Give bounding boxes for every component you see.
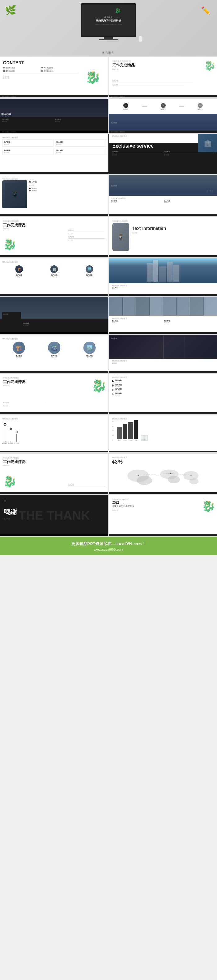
bd-text1: 输入内容 <box>3 121 54 122</box>
dev-text: 输入内容 <box>29 185 106 186</box>
tl-item3-text: 输入文字 <box>115 390 121 391</box>
black-building-slide: 输入内容 输入标题 输入内容 <box>0 297 108 334</box>
wc3-subtitle: 请在此输入大家的首信 <box>3 377 105 379</box>
tl-subtitle: 请在此输入大家的首信 <box>112 376 214 378</box>
device-slide: 请在此输入大家的首信 📱 输入标题 输入内容 输入标题 输入标题 <box>0 175 108 216</box>
wd-subtitle: 请在此输入大家的首信 <box>3 220 105 222</box>
quote-mark: " <box>4 499 105 506</box>
row-1: CONTENT 01. 年度工作概述 03. 工作亮点总结 02. 工作完成状况… <box>0 57 217 97</box>
gc-box2-text: 输入内容 <box>56 143 104 145</box>
bb-text: 输入内容 <box>3 313 20 315</box>
row-4: 请在此输入大家的首信 📱 输入标题 输入内容 输入标题 输入标题 <box>0 175 217 216</box>
white-building-slide: 请在此输入大家的首信 输入标题 输入文字 输入标题 输入文字 <box>108 297 217 334</box>
ti-subtitle: 请在此输入大家的首信 <box>112 220 214 222</box>
exc-item1-text: 输入内容 <box>112 154 162 156</box>
cover-year: 2022 <box>104 16 113 18</box>
building-up-slide: 请在此输入大家的首信 输入内容 <box>108 258 217 296</box>
pc-col1-text: 输入文字 <box>15 276 23 277</box>
wc4-dragon: 🐉 <box>3 475 17 488</box>
dev-point1: 输入标题 <box>32 188 37 189</box>
wc1-input2: 输入文字 <box>112 84 183 86</box>
cn-bar3-label: 输入标题 <box>14 442 19 444</box>
gc-subtitle: 请在此输入大家的首信 <box>3 136 106 138</box>
cn-bar1-label: 输入标题 <box>3 442 8 444</box>
wm-percentage: 43% <box>112 459 214 465</box>
tl-item2-text: 输入文字 <box>115 385 121 387</box>
gc-box1-text: 输入内容 <box>4 143 52 145</box>
wc1-part: PART 02 <box>112 68 214 70</box>
wd-subtext1: 输入文字 <box>68 233 105 235</box>
work-dragon-slide: 请在此输入大家的首信 工作完成情况 PART 02 🐉 输入内容 输入文字 输入… <box>0 217 108 257</box>
toc-slide: CONTENT 01. 年度工作概述 03. 工作亮点总结 02. 工作完成状况… <box>0 57 108 97</box>
row-2: 输入标题 输入标题 输入内容 输入标题 输入内容 请在此处输入大家的首信 <box>0 99 217 133</box>
td-subtitle: 请在此输入大家的首信 <box>112 498 214 500</box>
tl-item4-text: 输入文字 <box>115 394 121 396</box>
gc-box3-title: 输入标题 <box>4 150 52 151</box>
svg-point-5 <box>190 478 199 484</box>
wm-subtitle: 请在此输入大家的首信 <box>112 456 214 458</box>
ss-title: 输入标题 <box>111 337 117 339</box>
row-7: 输入内容 输入标题 输入内容 请在 <box>0 297 217 334</box>
step1-text: 输入文字 <box>111 108 141 110</box>
wc4-title: 工作完成情况 <box>3 459 105 465</box>
wc1-input1: 输入内容 <box>112 80 193 83</box>
pc-col2-text: 输入文字 <box>50 276 58 277</box>
cover-desc: LOREM IPSUM LOREM IPSUM LOREM IPSUM <box>95 24 122 25</box>
cta-banner[interactable]: 更多精品PPT资源尽在—sucai999.com！ www.sucai999.c… <box>0 537 217 555</box>
text-info-slide: 请在此输入大家的首信 📱 Text Information 输入内容 <box>108 217 217 257</box>
bd-footer: 请在此处输入大家的首信 <box>2 131 16 133</box>
tl-item1-text: 输入文字 <box>115 381 121 383</box>
row-10: 请在此输入大家的首信 输入标题 输入标题 输入标题 请在此输入大家的 <box>0 415 217 452</box>
toc-footer: 请在此处输入大家的首信 <box>2 96 16 97</box>
row-6: 请在此输入大家的首信 🏗️ 输入标题 输入文字 🏢 输入标题 输入文字 🏙️ 输… <box>0 258 217 296</box>
bd-text2: 输入内容 <box>55 121 106 122</box>
city-night-slide: 请在此输入大家的首信 输入标题 输入标题 输入标题 <box>0 415 108 452</box>
exclusive-slide: 请在此输入大家的首信 Exclusive service 输入标题 输入内容 输… <box>108 134 217 174</box>
wc1-footer: 请在此处输入大家的首信 <box>111 96 124 97</box>
dev-subtitle: 请在此输入大家的首信 <box>3 178 106 180</box>
gc-box4-title: 输入标题 <box>56 150 104 151</box>
bb-title: 输入标题 <box>23 322 106 324</box>
bu-subtitle: 请在此输入大家的首信 <box>112 285 214 286</box>
gc-box3-text: 输入内容 <box>4 152 52 153</box>
bc-label1: April <box>118 439 121 441</box>
bd-input1: 输入标题 <box>3 118 54 120</box>
ti-content: 输入内容 <box>132 232 176 234</box>
thank-you-slide: THE THANK " 鸣谢 输入内容 <box>0 495 108 536</box>
wc3-part: PART 03 <box>3 385 105 387</box>
work-complete-4: 请在此输入大家的首信 工作完成情况 PART 02 🐉 输入内容 <box>0 454 108 494</box>
svg-point-1 <box>137 476 152 485</box>
wc4-input1: 输入内容 <box>68 484 105 487</box>
wc3-input1: 输入内容 <box>3 401 46 404</box>
wc1-subtitle: 请在此输入大家的首信 <box>112 60 214 62</box>
bd-input2: 输入标题 <box>55 118 106 120</box>
work-complete-3: 请在此输入大家的首信 工作完成情况 PART 03 🐉 输入内容 输入文字 <box>0 374 108 414</box>
wd-title: 工作完成情况 <box>3 223 105 228</box>
ss-subtitle: 请在此输入大家的首信 <box>112 360 214 362</box>
pc-col3-text: 输入文字 <box>86 276 93 277</box>
ci-subtitle: 请在此输入大家的首信 <box>3 338 106 340</box>
row-11: 请在此输入大家的首信 工作完成情况 PART 02 🐉 输入内容 请在此输入大家… <box>0 454 217 494</box>
exc-item1-title: 输入标题 <box>112 151 162 153</box>
pc-subtitle: 请在此输入大家的首信 <box>3 261 106 263</box>
gc-box1-title: 输入标题 <box>4 141 52 143</box>
cover-slide: 2022 经典黑白工作汇报模板 LOREM IPSUM LOREM IPSUM … <box>0 0 217 56</box>
row-3: 请在此输入大家的首信 输入标题 输入内容 输入标题 输入内容 输入标题 输入内容… <box>0 134 217 174</box>
dev-point2: 输入标题 <box>32 190 37 191</box>
cover-plant: 🌿 <box>5 5 16 16</box>
wc3-dragon: 🐉 <box>91 379 107 393</box>
wc3-subtext: 输入文字 <box>3 405 46 407</box>
thank-bg-text: THE THANK <box>18 509 90 523</box>
cover-title: 经典黑白工作汇报模板 <box>95 19 122 22</box>
ss-text: 输入内容 <box>112 362 214 364</box>
toc-item-3: 03. 工作亮点总结 <box>41 67 78 69</box>
gc-box4-text: 输入内容 <box>56 152 104 153</box>
bc-label2: May <box>124 439 126 441</box>
ci-item3-text: 输入文字 <box>83 357 96 358</box>
wc4-subtitle: 请在此输入大家的首信 <box>3 457 105 459</box>
world-map-svg <box>112 466 214 487</box>
toc-item-4: 04. 明年工作计划 <box>41 70 78 72</box>
grid-content-slide: 请在此输入大家的首信 输入标题 输入内容 输入标题 输入内容 输入标题 输入内容… <box>0 134 108 174</box>
wc1-dragon: 🐉 <box>204 60 215 71</box>
row-9: 请在此输入大家的首信 工作完成情况 PART 03 🐉 输入内容 输入文字 请在… <box>0 374 217 414</box>
